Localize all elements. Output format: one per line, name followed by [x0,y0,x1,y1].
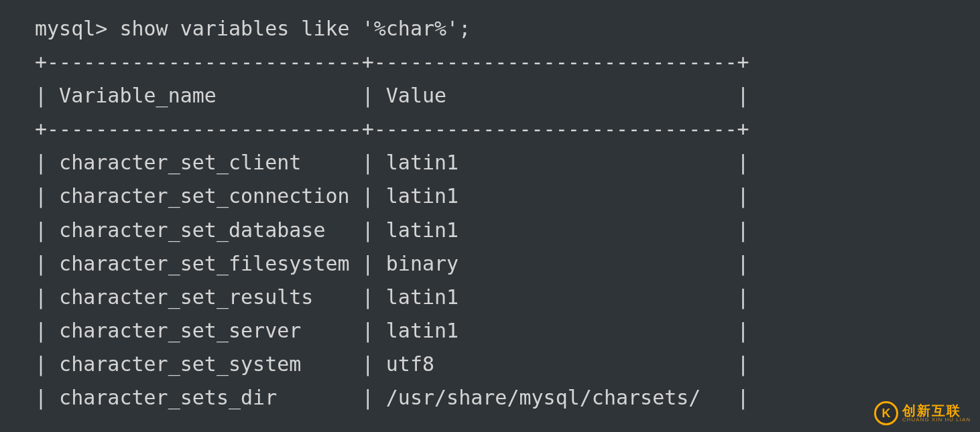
watermark-logo-icon: K [874,401,898,425]
watermark-cn: 创新互联 [902,404,971,417]
watermark: K 创新互联 CHUANG XIN HU LIAN [874,401,971,425]
mysql-terminal-output: mysql> show variables like '%char%'; +--… [0,0,980,415]
watermark-en: CHUANG XIN HU LIAN [902,417,971,423]
